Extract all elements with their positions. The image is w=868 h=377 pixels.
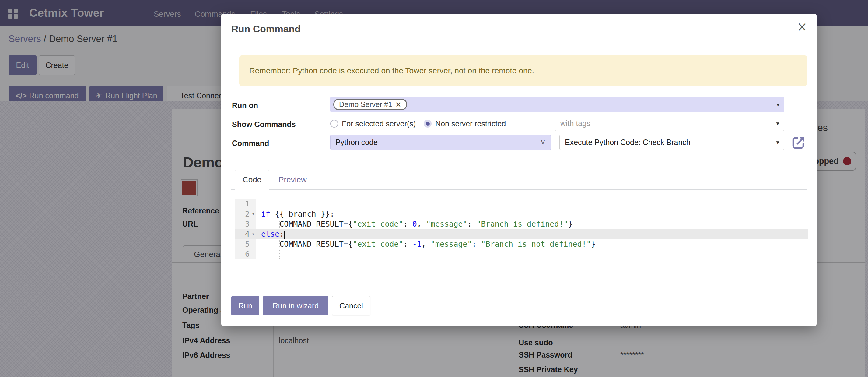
warning-banner-text: Remember: Python code is executed on the… bbox=[249, 66, 534, 76]
modal-footer-divider bbox=[221, 293, 816, 293]
run-command-modal: Run Command × Remember: Python code is e… bbox=[221, 14, 816, 326]
code-text: if {{ branch }}: bbox=[261, 209, 808, 219]
tag-remove-icon[interactable]: × bbox=[395, 100, 401, 109]
command-select[interactable]: Execute Python Code: Check Branch ▾ bbox=[559, 135, 784, 150]
chevron-down-icon: ▾ bbox=[776, 101, 779, 108]
command-type-value: Python code bbox=[335, 138, 378, 147]
command-value: Execute Python Code: Check Branch bbox=[565, 138, 690, 147]
fold-toggle-icon[interactable]: ▾ bbox=[250, 209, 256, 219]
radio-option-1[interactable]: Non server restricted bbox=[424, 119, 506, 128]
run-on-label: Run on bbox=[232, 101, 258, 110]
line-number: 3 bbox=[235, 219, 256, 229]
indent-guide bbox=[279, 240, 280, 249]
code-line-5[interactable]: 5 COMMAND_RESULT={"exit_code": -1, "mess… bbox=[235, 239, 808, 249]
indent-guide bbox=[279, 250, 280, 259]
fold-toggle-icon[interactable]: ▾ bbox=[250, 229, 256, 239]
chevron-down-icon: > bbox=[539, 140, 547, 144]
radio-unselected-icon[interactable] bbox=[330, 120, 338, 127]
code-text bbox=[261, 249, 808, 259]
tab-code[interactable]: Code bbox=[235, 170, 269, 190]
with-tags-placeholder: with tags bbox=[560, 119, 590, 128]
indent-guide bbox=[279, 220, 280, 228]
code-line-1[interactable]: 1 bbox=[235, 199, 808, 209]
server-tag[interactable]: Demo Server #1 × bbox=[333, 99, 407, 110]
code-editor[interactable]: 12▾if {{ branch }}:3 COMMAND_RESULT={"ex… bbox=[235, 199, 808, 259]
run-button[interactable]: Run bbox=[231, 296, 259, 316]
tab-preview[interactable]: Preview bbox=[274, 170, 312, 190]
cancel-button[interactable]: Cancel bbox=[332, 296, 370, 316]
chevron-down-icon: ▾ bbox=[776, 139, 779, 146]
code-text: COMMAND_RESULT={"exit_code": 0, "message… bbox=[261, 219, 808, 229]
line-number: 6 bbox=[235, 249, 256, 259]
run-on-field[interactable]: Demo Server #1 × ▾ bbox=[330, 97, 784, 112]
close-icon[interactable]: × bbox=[797, 21, 807, 33]
command-type-select[interactable]: Python code > bbox=[330, 135, 551, 150]
server-tag-label: Demo Server #1 bbox=[339, 100, 392, 109]
radio-label: Non server restricted bbox=[435, 119, 506, 128]
code-line-4[interactable]: 4▾else: bbox=[235, 229, 808, 239]
show-commands-label: Show Commands bbox=[232, 120, 296, 129]
external-link-icon[interactable] bbox=[791, 135, 806, 150]
tabs-underline bbox=[231, 190, 807, 190]
code-text: COMMAND_RESULT={"exit_code": -1, "messag… bbox=[261, 239, 808, 249]
warning-banner: Remember: Python code is executed on the… bbox=[239, 55, 807, 86]
chevron-down-icon: ▾ bbox=[776, 120, 779, 127]
radio-label: For selected server(s) bbox=[342, 119, 416, 128]
text-cursor bbox=[284, 231, 285, 239]
run-in-wizard-button[interactable]: Run in wizard bbox=[263, 296, 329, 316]
code-text bbox=[261, 199, 808, 209]
radio-selected-icon[interactable] bbox=[424, 120, 432, 127]
line-number: 1 bbox=[235, 199, 256, 209]
with-tags-select[interactable]: with tags ▾ bbox=[555, 116, 784, 131]
modal-title: Run Command bbox=[231, 24, 301, 35]
code-line-3[interactable]: 3 COMMAND_RESULT={"exit_code": 0, "messa… bbox=[235, 219, 808, 229]
modal-header-divider bbox=[221, 50, 816, 50]
code-line-2[interactable]: 2▾if {{ branch }}: bbox=[235, 209, 808, 219]
radio-option-0[interactable]: For selected server(s) bbox=[330, 119, 416, 128]
line-number: 5 bbox=[235, 239, 256, 249]
code-text: else: bbox=[261, 229, 808, 239]
command-label: Command bbox=[232, 139, 269, 148]
show-commands-radio-group: For selected server(s)Non server restric… bbox=[330, 119, 506, 128]
code-line-6[interactable]: 6 bbox=[235, 249, 808, 259]
